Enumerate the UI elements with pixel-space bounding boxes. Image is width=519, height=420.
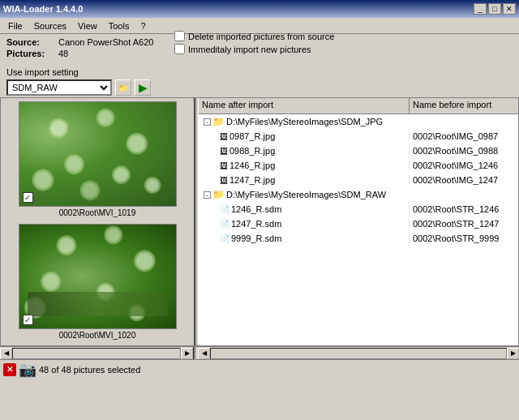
file-name: 0987_R.jpg — [229, 131, 275, 141]
tree-file-row: 📄 9999_R.sdm 0002\Root\STR_9999 — [199, 231, 518, 246]
tree-body: - 📁 D:\MyFiles\MyStereoImages\SDM_JPG 🖼 … — [199, 114, 518, 246]
tree-folder-1[interactable]: - 📁 D:\MyFiles\MyStereoImages\SDM_JPG — [199, 114, 518, 129]
hscroll2-left-btn[interactable]: ◀ — [198, 348, 210, 359]
source-value: Canon PowerShot A620 — [58, 37, 153, 47]
menu-tools[interactable]: Tools — [104, 19, 135, 32]
file-before-name: 0002\Root\IMG_1247 — [410, 175, 518, 185]
pictures-value: 48 — [58, 49, 68, 58]
file-icon: 📄 — [220, 220, 229, 229]
file-icon: 🖼 — [220, 176, 228, 185]
thumbnail-image-2: ✓ — [19, 224, 177, 329]
main-content: ✓ 0002\Root\MVI_1019 ✓ 0002\Root\MVI_102… — [0, 97, 519, 346]
hscroll-left-btn[interactable]: ◀ — [0, 348, 12, 359]
expand-icon-1[interactable]: - — [204, 118, 211, 126]
file-before-name: 0002\Root\IMG_1246 — [410, 161, 518, 170]
title-bar: WIA-Loader 1.4.4.0 _ □ ✕ — [0, 0, 519, 18]
import-combo-row: SDM_RAW 📁 ▶ — [0, 79, 519, 97]
thumbnail-image-1: ✓ — [19, 101, 177, 207]
file-before-name: 0002\Root\STR_9999 — [410, 234, 518, 243]
file-name: 9999_R.sdm — [231, 234, 281, 243]
stop-button[interactable]: ✕ — [3, 363, 16, 376]
import-setting-label: Use import setting — [6, 67, 79, 77]
file-name: 0988_R.jpg — [229, 146, 275, 156]
thumbnail-item-2: ✓ 0002\Root\MVI_1020 — [16, 224, 178, 340]
close-button[interactable]: ✕ — [503, 3, 516, 15]
col-name-before: Name before import — [410, 98, 518, 114]
hscroll2-track[interactable] — [210, 348, 507, 359]
menu-sources[interactable]: Sources — [29, 19, 71, 32]
app-title: WIA-Loader 1.4.4.0 — [3, 4, 83, 14]
delete-checkbox[interactable] — [174, 31, 185, 41]
tree-file-row: 🖼 0987_R.jpg 0002\Root\IMG_0987 — [199, 129, 518, 144]
minimize-button[interactable]: _ — [474, 3, 487, 15]
thumbnail-item: ✓ 0002\Root\MVI_1019 — [16, 101, 178, 217]
tree-file-row: 📄 1246_R.sdm 0002\Root\STR_1246 — [199, 202, 518, 216]
hscroll-right-btn[interactable]: ▶ — [181, 348, 193, 359]
folder-icon-1: 📁 — [212, 116, 225, 127]
status-text: 48 of 48 pictures selected — [39, 365, 140, 375]
tree-group-2: - 📁 D:\MyFiles\MyStereoImages\SDM_RAW 📄 … — [199, 187, 518, 246]
folder-icon-2: 📁 — [212, 189, 225, 200]
browse-button[interactable]: 📁 — [115, 79, 131, 96]
file-name: 1246_R.jpg — [229, 161, 275, 170]
tree-group-1: - 📁 D:\MyFiles\MyStereoImages\SDM_JPG 🖼 … — [199, 114, 518, 187]
file-icon: 🖼 — [220, 132, 228, 141]
import-option-row: Immeditaly import new pictures — [174, 44, 334, 54]
menu-help[interactable]: ? — [135, 19, 150, 32]
folder-path-1: D:\MyFiles\MyStereoImages\SDM_JPG — [226, 117, 383, 126]
camera-icon: 📷 — [19, 361, 36, 379]
tree-file-row: 🖼 0988_R.jpg 0002\Root\IMG_0988 — [199, 144, 518, 158]
file-before-name: 0002\Root\IMG_0987 — [410, 131, 518, 141]
file-name: 1246_R.sdm — [231, 204, 281, 214]
hscroll-left-track[interactable] — [12, 348, 181, 359]
file-icon: 🖼 — [220, 147, 228, 156]
file-icon: 🖼 — [220, 161, 228, 170]
file-before-name: 0002\Root\IMG_0988 — [410, 146, 518, 156]
tree-file-row: 🖼 1247_R.jpg 0002\Root\IMG_1247 — [199, 173, 518, 187]
import-combo[interactable]: SDM_RAW — [6, 79, 112, 96]
file-tree-panel: Name after import Name before import - 📁… — [199, 98, 518, 345]
file-icon: 📄 — [220, 205, 229, 214]
hscroll2-right-btn[interactable]: ▶ — [507, 348, 519, 359]
thumbnail-label-1: 0002\Root\MVI_1019 — [59, 208, 136, 217]
tree-file-row: 📄 1247_R.sdm 0002\Root\STR_1247 — [199, 216, 518, 231]
col-name-after: Name after import — [199, 98, 410, 114]
thumbnail-panel: ✓ 0002\Root\MVI_1019 ✓ 0002\Root\MVI_102… — [1, 98, 195, 345]
wia-icon: 📷 — [19, 363, 36, 376]
play-icon: ▶ — [139, 81, 148, 94]
folder-browse-icon: 📁 — [118, 84, 128, 92]
maximize-button[interactable]: □ — [488, 3, 501, 15]
menu-view[interactable]: View — [73, 19, 102, 32]
expand-icon-2[interactable]: - — [204, 191, 211, 199]
window-controls: _ □ ✕ — [474, 3, 516, 15]
menu-file[interactable]: File — [3, 19, 28, 32]
immeditaly-import-checkbox[interactable] — [174, 44, 185, 54]
start-button[interactable]: ▶ — [135, 79, 151, 96]
delete-label: Delete imported pictures from source — [188, 32, 334, 41]
horizontal-scroll-area: ◀ ▶ ◀ ▶ — [0, 346, 519, 359]
tree-file-row: 🖼 1246_R.jpg 0002\Root\IMG_1246 — [199, 158, 518, 173]
status-bar: ✕ 📷 48 of 48 pictures selected — [0, 359, 519, 379]
file-icon: 📄 — [220, 234, 229, 243]
file-before-name: 0002\Root\STR_1246 — [410, 204, 518, 214]
thumbnail-label-2: 0002\Root\MVI_1020 — [59, 331, 136, 340]
pictures-label: Pictures: — [6, 49, 55, 58]
right-hscroll[interactable]: ◀ ▶ — [198, 347, 519, 359]
tree-folder-2[interactable]: - 📁 D:\MyFiles\MyStereoImages\SDM_RAW — [199, 187, 518, 202]
tree-header: Name after import Name before import — [199, 98, 518, 114]
thumbnail-checkbox-2[interactable]: ✓ — [23, 315, 33, 325]
import-label: Immeditaly import new pictures — [188, 45, 311, 54]
file-name: 1247_R.jpg — [229, 175, 275, 185]
thumbnail-checkbox-1[interactable]: ✓ — [23, 192, 33, 203]
file-name: 1247_R.sdm — [231, 219, 281, 229]
file-before-name: 0002\Root\STR_1247 — [410, 219, 518, 229]
left-hscroll[interactable]: ◀ ▶ — [0, 347, 195, 359]
folder-path-2: D:\MyFiles\MyStereoImages\SDM_RAW — [226, 190, 386, 199]
source-label: Source: — [6, 37, 55, 47]
delete-option-row: Delete imported pictures from source — [174, 31, 334, 41]
